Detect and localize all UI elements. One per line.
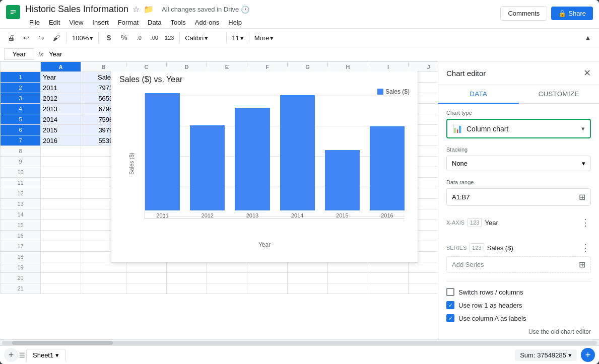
- star-icon[interactable]: ☆: [132, 5, 140, 14]
- cell-c19[interactable]: [126, 262, 167, 273]
- cell-a19[interactable]: [41, 262, 81, 273]
- collapse-toolbar-button[interactable]: ▲: [581, 31, 595, 45]
- cell-g19[interactable]: [288, 262, 328, 273]
- cell-a8[interactable]: [41, 146, 81, 157]
- cell-a20[interactable]: [41, 273, 81, 283]
- menu-tools[interactable]: Tools: [166, 17, 189, 28]
- col-header-d[interactable]: D: [167, 62, 207, 72]
- cell-a18[interactable]: [41, 252, 81, 262]
- cell-a16[interactable]: [41, 231, 81, 241]
- cell-a1[interactable]: Year: [41, 72, 81, 83]
- formula-input[interactable]: [47, 49, 595, 59]
- data-range-field[interactable]: A1:B7 ⊞: [446, 188, 591, 206]
- old-editor-link[interactable]: Use the old chart editor: [438, 324, 599, 339]
- cell-f20[interactable]: [247, 273, 288, 283]
- col-header-c[interactable]: C: [126, 62, 167, 72]
- add-chart-button[interactable]: +: [581, 348, 595, 362]
- cell-a7[interactable]: 2016: [41, 135, 81, 146]
- cell-i21[interactable]: [368, 283, 409, 294]
- cell-reference-box[interactable]: [4, 48, 34, 60]
- cell-a6[interactable]: 2015: [41, 125, 81, 135]
- col-header-e[interactable]: E: [207, 62, 247, 72]
- menu-format[interactable]: Format: [114, 17, 143, 28]
- cell-b20[interactable]: [81, 273, 126, 283]
- cell-a12[interactable]: [41, 188, 81, 199]
- add-sheet-button[interactable]: +: [4, 348, 18, 362]
- cell-c20[interactable]: [126, 273, 167, 283]
- currency-button[interactable]: $: [102, 31, 116, 45]
- decrease-decimal-button[interactable]: .0: [132, 31, 146, 45]
- cell-b21[interactable]: [81, 283, 126, 294]
- use-col-checkbox[interactable]: ✓ Use column A as labels: [446, 312, 591, 324]
- comments-button[interactable]: Comments: [500, 6, 547, 21]
- menu-edit[interactable]: Edit: [45, 17, 64, 28]
- tab-customize[interactable]: CUSTOMIZE: [519, 85, 600, 103]
- cell-a11[interactable]: [41, 178, 81, 188]
- zoom-select[interactable]: 100% ▾: [70, 33, 95, 43]
- cell-a15[interactable]: [41, 220, 81, 231]
- font-size-select[interactable]: 11 ▾: [230, 33, 245, 43]
- sum-display[interactable]: Sum: 37549285 ▾: [515, 349, 577, 361]
- cell-e21[interactable]: [207, 283, 247, 294]
- series-more-icon[interactable]: ⋮: [581, 242, 591, 253]
- cell-g20[interactable]: [288, 273, 328, 283]
- use-row-checkbox[interactable]: ✓ Use row 1 as headers: [446, 299, 591, 312]
- cell-j21[interactable]: [409, 283, 438, 294]
- cell-a9[interactable]: [41, 157, 81, 167]
- cell-h21[interactable]: [328, 283, 368, 294]
- cell-d19[interactable]: [167, 262, 207, 273]
- cell-f21[interactable]: [247, 283, 288, 294]
- tab-data[interactable]: DATA: [438, 85, 519, 104]
- sheet-list-icon[interactable]: ☰: [18, 350, 26, 360]
- menu-help[interactable]: Help: [224, 17, 246, 28]
- col-header-j[interactable]: J: [409, 62, 438, 72]
- cell-a13[interactable]: [41, 199, 81, 209]
- redo-button[interactable]: ↪: [34, 31, 48, 45]
- col-header-i[interactable]: I: [368, 62, 409, 72]
- cell-a14[interactable]: [41, 209, 81, 220]
- cell-h20[interactable]: [328, 273, 368, 283]
- x-axis-more-icon[interactable]: ⋮: [581, 217, 591, 228]
- grid-icon[interactable]: ⊞: [579, 192, 585, 202]
- switch-rows-checkbox[interactable]: Switch rows / columns: [446, 285, 591, 299]
- paint-format-button[interactable]: 🖌: [49, 31, 63, 45]
- menu-data[interactable]: Data: [144, 17, 165, 28]
- cell-d21[interactable]: [167, 283, 207, 294]
- cell-e20[interactable]: [207, 273, 247, 283]
- col-header-h[interactable]: H: [328, 62, 368, 72]
- folder-icon[interactable]: 📁: [144, 5, 154, 14]
- cell-b19[interactable]: [81, 262, 126, 273]
- menu-file[interactable]: File: [25, 17, 44, 28]
- chart-type-selector[interactable]: 📊 Column chart ▾: [446, 119, 591, 138]
- stacking-select[interactable]: None ▾: [446, 156, 591, 171]
- chart-container[interactable]: Sales ($) vs. Year Sales ($) 0 2000000 4…: [111, 66, 418, 263]
- menu-insert[interactable]: Insert: [88, 17, 113, 28]
- cell-i19[interactable]: [368, 262, 409, 273]
- horizontal-scrollbar[interactable]: [0, 339, 599, 345]
- font-select[interactable]: Calibri ▾: [183, 33, 223, 43]
- menu-view[interactable]: View: [65, 17, 87, 28]
- cell-a5[interactable]: 2014: [41, 114, 81, 125]
- col-header-g[interactable]: G: [288, 62, 328, 72]
- col-header-f[interactable]: F: [247, 62, 288, 72]
- increase-decimal-button[interactable]: .00: [147, 31, 161, 45]
- cell-j19[interactable]: [409, 262, 438, 273]
- cell-f19[interactable]: [247, 262, 288, 273]
- cell-g21[interactable]: [288, 283, 328, 294]
- cell-i20[interactable]: [368, 273, 409, 283]
- col-header-a[interactable]: A: [41, 62, 81, 72]
- undo-button[interactable]: ↩: [19, 31, 33, 45]
- menu-addons[interactable]: Add-ons: [191, 17, 223, 28]
- cell-e19[interactable]: [207, 262, 247, 273]
- cell-a10[interactable]: [41, 167, 81, 178]
- percent-button[interactable]: %: [117, 31, 131, 45]
- close-icon[interactable]: ✕: [583, 67, 591, 79]
- cell-c21[interactable]: [126, 283, 167, 294]
- col-header-b[interactable]: B: [81, 62, 126, 72]
- cell-j20[interactable]: [409, 273, 438, 283]
- more-button[interactable]: More ▾: [252, 33, 276, 43]
- cell-a21[interactable]: [41, 283, 81, 294]
- cell-a17[interactable]: [41, 241, 81, 252]
- cell-a2[interactable]: 2011: [41, 83, 81, 93]
- cell-d20[interactable]: [167, 273, 207, 283]
